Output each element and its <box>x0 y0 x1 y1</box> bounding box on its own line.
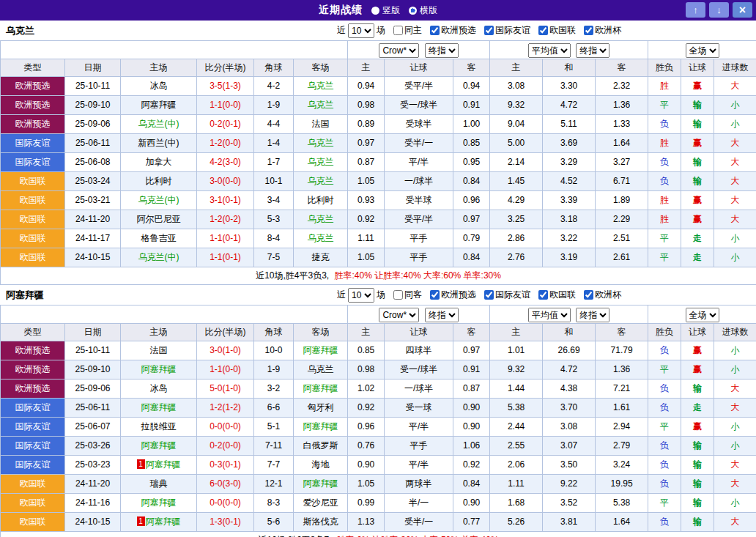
scope-select[interactable]: 全场 <box>686 43 719 58</box>
comp-badge-cell: 国际友谊 <box>1 456 65 475</box>
vertical-radio[interactable]: 竖版 <box>371 4 400 17</box>
handicap-cell: 受半/一 <box>385 513 453 532</box>
home-team-cell: 阿塞拜疆 <box>121 494 197 513</box>
same-venue-checkbox-label[interactable]: 同主 <box>388 24 422 37</box>
avg-away-cell: 2.32 <box>596 77 648 96</box>
home-team-cell: 阿塞拜疆 <box>121 437 197 456</box>
page-title: 近期战绩 <box>319 4 363 17</box>
euro-qual-checkbox[interactable] <box>430 290 440 300</box>
match-row: 国际友谊25-03-26阿塞拜疆0-2(0-0)7-11白俄罗斯0.76平手1.… <box>1 437 756 456</box>
avg-home-cell: 3.25 <box>490 210 543 229</box>
result-cell: 胜 <box>648 134 681 153</box>
away-team-cell: 阿塞拜疆 <box>294 418 348 437</box>
avg-time-select[interactable]: 终指 <box>576 308 609 322</box>
col-type: 类型 <box>1 324 65 341</box>
col-away: 客场 <box>294 324 348 341</box>
home-odds-cell: 0.96 <box>348 418 385 437</box>
recent-count-select[interactable]: 10 <box>348 23 374 38</box>
goals-result-cell: 大 <box>714 153 756 172</box>
avg-type-select[interactable]: 平均值 <box>528 308 571 322</box>
selects-row: Crow* 终指 平均值 终指 全场 <box>1 305 756 324</box>
avg-draw-cell: 3.18 <box>543 210 596 229</box>
avg-draw-cell: 4.52 <box>543 172 596 191</box>
match-row: 欧洲预选25-09-10阿塞拜疆1-1(0-0)1-9乌克兰0.98受一/球半0… <box>1 96 756 115</box>
away-team-cell: 乌克兰 <box>294 210 348 229</box>
recent-count-select[interactable]: 10 <box>348 288 374 303</box>
home-odds-cell: 0.98 <box>348 96 385 115</box>
home-odds-cell: 0.89 <box>348 115 385 134</box>
comp-checkbox-euro[interactable]: 欧洲杯 <box>578 289 621 301</box>
friendly-checkbox[interactable] <box>484 26 494 35</box>
comp-checkbox-friendly[interactable]: 国际友谊 <box>478 289 530 301</box>
col-handicap: 让球 <box>385 59 453 77</box>
avg-home-cell: 1.01 <box>490 341 543 360</box>
summary-rates: 胜率:40% 让胜率:40% 大率:60% 单率:30% <box>335 270 501 281</box>
handicap-cell: 平手 <box>385 437 453 456</box>
comp-badge-cell: 欧国联 <box>1 248 65 267</box>
goals-result-cell: 大 <box>714 379 756 399</box>
comp-checkbox-euro[interactable]: 欧洲杯 <box>578 24 621 37</box>
scope-select-cell: 全场 <box>648 41 756 59</box>
odds-company-select[interactable]: Crow* <box>379 43 419 58</box>
euro-qual-checkbox[interactable] <box>430 26 440 35</box>
away-team-name: 阿塞拜疆 <box>303 478 338 489</box>
home-team-name: 冰岛 <box>150 81 168 91</box>
up-arrow-icon: ↑ <box>693 4 698 15</box>
close-button[interactable]: × <box>733 2 752 18</box>
odds-company-select[interactable]: Crow* <box>379 308 419 322</box>
comp-checkbox-euro-qual[interactable]: 欧洲预选 <box>424 24 476 37</box>
goals-result-cell: 小 <box>714 494 756 513</box>
scope-select[interactable]: 全场 <box>686 308 719 322</box>
avg-away-cell: 1.36 <box>596 360 648 379</box>
friendly-checkbox[interactable] <box>484 290 494 300</box>
home-team-cell: 加拿大 <box>121 153 197 172</box>
avg-time-select[interactable]: 终指 <box>576 43 609 58</box>
move-up-button[interactable]: ↑ <box>686 2 705 18</box>
selects-row: Crow* 终指 平均值 终指 全场 <box>1 41 756 59</box>
avg-home-cell: 1.44 <box>490 379 543 399</box>
same-venue-checkbox[interactable] <box>393 290 403 300</box>
move-down-button[interactable]: ↓ <box>709 2 729 18</box>
horizontal-radio[interactable]: 横版 <box>409 4 437 17</box>
odds-time-select[interactable]: 终指 <box>425 308 459 322</box>
date-cell: 25-09-10 <box>65 96 121 115</box>
avg-home-cell: 5.26 <box>490 513 543 532</box>
comp-checkbox-euro-qual[interactable]: 欧洲预选 <box>424 289 476 301</box>
euro-checkbox[interactable] <box>584 290 593 300</box>
away-team-cell: 乌克兰 <box>294 77 348 96</box>
comp-checkbox-nations-league[interactable]: 欧国联 <box>533 289 576 301</box>
avg-draw-cell: 3.07 <box>543 437 596 456</box>
title-bar: 近期战绩 竖版 横版 ↑ ↓ × <box>0 0 756 21</box>
euro-checkbox[interactable] <box>584 26 593 35</box>
away-odds-cell: 0.97 <box>453 210 490 229</box>
away-odds-cell: 0.91 <box>453 360 490 379</box>
col-home: 主场 <box>121 324 197 341</box>
comp-checkbox-nations-league[interactable]: 欧国联 <box>533 24 576 37</box>
avg-away-cell: 3.27 <box>596 153 648 172</box>
corners-cell: 4-2 <box>254 77 294 96</box>
score-cell: 1-1(0-1) <box>197 248 254 267</box>
result-cell: 负 <box>648 456 681 475</box>
col-date: 日期 <box>65 59 121 77</box>
avg-type-select[interactable]: 平均值 <box>528 43 571 58</box>
same-venue-checkbox[interactable] <box>393 26 403 35</box>
nations-league-checkbox[interactable] <box>538 26 548 35</box>
col-handicap-result: 让球 <box>681 59 714 77</box>
home-team-cell: 乌克兰(中) <box>121 191 197 210</box>
corners-cell: 7-5 <box>254 248 294 267</box>
score-cell: 1-1(0-1) <box>197 229 254 248</box>
home-odds-cell: 1.13 <box>348 513 385 532</box>
corners-cell: 4-4 <box>254 115 294 134</box>
col-goals: 进球数 <box>714 324 756 341</box>
score-cell: 0-2(0-0) <box>197 437 254 456</box>
away-team-name: 乌克兰 <box>308 233 334 243</box>
odds-time-select[interactable]: 终指 <box>425 43 459 58</box>
nations-league-checkbox[interactable] <box>538 290 548 300</box>
col-corners: 角球 <box>254 59 294 77</box>
same-venue-checkbox-label[interactable]: 同客 <box>388 289 422 301</box>
score-cell: 0-3(0-1) <box>197 456 254 475</box>
comp-checkbox-friendly[interactable]: 国际友谊 <box>478 24 530 37</box>
home-team-name: 新西兰(中) <box>138 138 179 148</box>
result-cell: 平 <box>648 494 681 513</box>
handicap-cell: 受球半 <box>385 115 453 134</box>
